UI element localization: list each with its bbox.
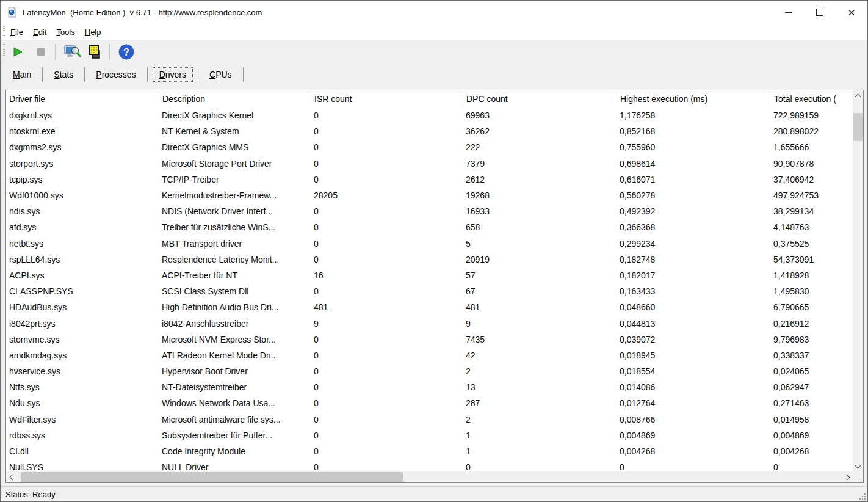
table-row[interactable]: i8042prt.sys i8042-Anschlusstreiber 9 9 …	[6, 315, 853, 331]
horizontal-scrollbar-thumb[interactable]	[21, 472, 403, 482]
table-row[interactable]: Ndu.sys Windows Network Data Usa... 0 28…	[6, 395, 853, 411]
table-row[interactable]: rdbss.sys Subsystemtreiber für Puffer...…	[6, 427, 853, 443]
menu-gripper[interactable]	[3, 26, 5, 37]
table-row[interactable]: Wdf01000.sys Kernelmodustreiber-Framew..…	[6, 187, 853, 203]
table-row[interactable]: storport.sys Microsoft Storage Port Driv…	[6, 156, 853, 172]
scroll-right-button[interactable]	[842, 471, 853, 482]
close-button[interactable]: ✕	[836, 1, 867, 24]
cell-dpc-count: 287	[461, 398, 615, 408]
table-row[interactable]: ndis.sys NDIS (Network Driver Interf... …	[6, 203, 853, 219]
cell-highest-execution: 0,008766	[615, 415, 769, 424]
vertical-scrollbar[interactable]	[853, 90, 863, 471]
cell-dpc-count: 0	[461, 462, 615, 471]
column-header-highest-execution[interactable]: Highest execution (ms)	[615, 90, 769, 107]
scroll-down-button[interactable]	[853, 461, 863, 471]
close-icon: ✕	[848, 8, 856, 17]
cell-highest-execution: 0,163433	[615, 286, 769, 296]
table-row[interactable]: dxgkrnl.sys DirectX Graphics Kernel 0 69…	[6, 107, 853, 123]
maximize-button[interactable]	[804, 1, 836, 24]
processes-memory-button[interactable]	[85, 42, 106, 62]
cell-driver-file: dxgkrnl.sys	[6, 111, 157, 120]
cell-isr-count: 481	[309, 302, 461, 312]
stop-monitor-button[interactable]	[31, 42, 51, 62]
report-icon	[63, 43, 81, 60]
window-title: LatencyMon (Home Edition ) v 6.71 - http…	[23, 8, 772, 17]
cell-dpc-count: 16933	[461, 206, 615, 216]
cell-dpc-count: 2	[461, 415, 615, 424]
horizontal-scrollbar[interactable]	[6, 471, 853, 482]
scroll-left-button[interactable]	[6, 471, 16, 482]
cell-highest-execution: 0,560278	[615, 191, 769, 200]
help-button[interactable]: ?	[116, 42, 137, 62]
table-row[interactable]: stornvme.sys Microsoft NVM Express Stor.…	[6, 332, 853, 347]
cell-highest-execution: 0	[615, 462, 769, 471]
table-row[interactable]: rspLLL64.sys Resplendence Latency Monit.…	[6, 252, 853, 267]
column-header-driver-file[interactable]: Driver file	[6, 90, 157, 107]
cell-isr-count: 28205	[309, 191, 461, 200]
tab-main[interactable]: Main	[7, 68, 37, 81]
table-row[interactable]: tcpip.sys TCP/IP-Treiber 0 2612 0,616071…	[6, 172, 853, 187]
menu-edit[interactable]: Edit	[29, 26, 51, 38]
toolbar-gripper[interactable]	[3, 44, 5, 60]
tab-drivers[interactable]: Drivers	[153, 67, 193, 82]
minimize-button[interactable]	[772, 1, 804, 24]
table-row[interactable]: Ntfs.sys NT-Dateisystemtreiber 0 13 0,01…	[6, 379, 853, 395]
column-header-dpc-count[interactable]: DPC count	[461, 90, 615, 107]
cell-description: Kernelmodustreiber-Framew...	[157, 191, 309, 200]
table-row[interactable]: ntoskrnl.exe NT Kernel & System 0 36262 …	[6, 123, 853, 139]
maximize-icon	[816, 9, 823, 16]
column-header-isr-count[interactable]: ISR count	[309, 90, 461, 107]
table-row[interactable]: WdFilter.sys Microsoft antimalware file …	[6, 412, 853, 427]
table-row[interactable]: CLASSPNP.SYS SCSI Class System Dll 0 67 …	[6, 283, 853, 299]
column-header-total-execution[interactable]: Total execution (	[769, 90, 853, 107]
cell-total-execution: 280,898022	[769, 126, 853, 136]
cell-dpc-count: 42	[461, 351, 615, 360]
table-row[interactable]: hvservice.sys Hypervisor Boot Driver 0 2…	[6, 363, 853, 379]
resize-grip[interactable]	[858, 492, 866, 500]
cell-description: i8042-Anschlusstreiber	[157, 319, 309, 329]
report-button[interactable]	[62, 42, 82, 62]
cell-highest-execution: 0,182748	[615, 255, 769, 264]
table-row[interactable]: amdkmdag.sys ATI Radeon Kernel Mode Dri.…	[6, 347, 853, 363]
tab-processes[interactable]: Processes	[90, 68, 142, 81]
scroll-up-button[interactable]	[853, 90, 863, 101]
cell-highest-execution: 0,299234	[615, 239, 769, 249]
cell-description: TCP/IP-Treiber	[157, 175, 309, 184]
table-row[interactable]: ACPI.sys ACPI-Treiber für NT 16 57 0,182…	[6, 267, 853, 283]
menu-help[interactable]: Help	[81, 26, 106, 38]
cell-description: MBT Transport driver	[157, 239, 309, 249]
cell-driver-file: ndis.sys	[6, 206, 157, 216]
cell-driver-file: tcpip.sys	[6, 175, 157, 184]
cell-isr-count: 16	[309, 271, 461, 280]
menu-file[interactable]: File	[6, 26, 27, 38]
column-header-description[interactable]: Description	[157, 90, 309, 107]
cell-driver-file: rdbss.sys	[6, 431, 157, 440]
tab-stats[interactable]: Stats	[48, 68, 79, 81]
vertical-scrollbar-thumb[interactable]	[853, 113, 863, 141]
cell-total-execution: 1,655666	[769, 142, 853, 152]
cell-highest-execution: 0,014086	[615, 382, 769, 392]
table-row[interactable]: afd.sys Treiber für zusätzliche WinS... …	[6, 219, 853, 235]
cell-description: Microsoft NVM Express Stor...	[157, 335, 309, 344]
table-row[interactable]: CI.dll Code Integrity Module 0 1 0,00426…	[6, 443, 853, 459]
tab-cpus[interactable]: CPUs	[203, 68, 238, 81]
cell-description: DirectX Graphics MMS	[157, 142, 309, 152]
cell-total-execution: 9,796983	[769, 335, 853, 344]
cell-isr-count: 0	[309, 206, 461, 216]
cell-driver-file: Null.SYS	[6, 462, 157, 471]
menu-tools[interactable]: Tools	[52, 26, 79, 38]
table-row[interactable]: Null.SYS NULL Driver 0 0 0 0	[6, 459, 853, 471]
cell-total-execution: 0,004268	[769, 446, 853, 456]
table-row[interactable]: HDAudBus.sys High Definition Audio Bus D…	[6, 299, 853, 315]
cell-dpc-count: 7379	[461, 159, 615, 169]
cell-highest-execution: 0,018945	[615, 351, 769, 360]
cell-isr-count: 0	[309, 111, 461, 120]
cell-driver-file: afd.sys	[6, 222, 157, 232]
start-monitor-button[interactable]	[7, 42, 28, 62]
table-row[interactable]: dxgmms2.sys DirectX Graphics MMS 0 222 0…	[6, 139, 853, 155]
cell-dpc-count: 9	[461, 319, 615, 329]
cell-isr-count: 9	[309, 319, 461, 329]
cell-isr-count: 0	[309, 366, 461, 376]
cell-driver-file: Ndu.sys	[6, 398, 157, 408]
table-row[interactable]: netbt.sys MBT Transport driver 0 5 0,299…	[6, 236, 853, 252]
